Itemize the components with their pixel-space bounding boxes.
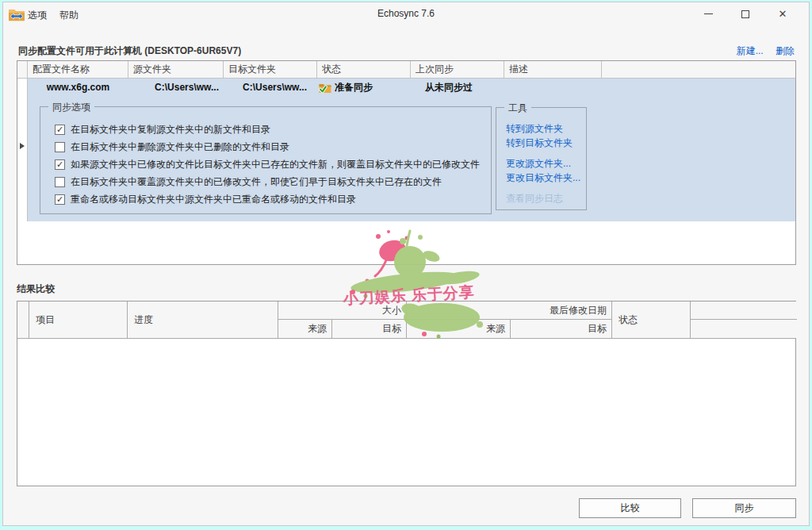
close-icon: ✕	[779, 9, 787, 19]
results-filler-bottom	[691, 320, 797, 338]
close-button[interactable]: ✕	[769, 2, 796, 25]
sync-button[interactable]: 同步	[692, 498, 796, 518]
sync-option-row[interactable]: ✓ 如果源文件夹中已修改的文件比目标文件夹中已存在的文件新，则覆盖目标文件夹中的…	[55, 158, 480, 171]
app-window: 选项 帮助 Echosync 7.6 ✕ 同步配置文件可用于此计算机 (DESK…	[2, 2, 810, 526]
maximize-icon	[741, 10, 749, 18]
checkbox-delete-removed[interactable]	[55, 142, 65, 152]
sync-option-label: 如果源文件夹中已修改的文件比目标文件夹中已存在的文件新，则覆盖目标文件夹中的已修…	[71, 158, 480, 171]
results-column-progress[interactable]: 进度	[128, 301, 278, 338]
results-group-size[interactable]: 大小	[278, 301, 407, 320]
sync-options-group: 同步选项 ✓ 在目标文件夹中复制源文件夹中的新文件和目录 在目标文件夹中删除源文…	[40, 106, 492, 214]
tools-legend: 工具	[504, 102, 531, 115]
profile-detail-body: 同步选项 ✓ 在目标文件夹中复制源文件夹中的新文件和目录 在目标文件夹中删除源文…	[28, 97, 795, 221]
column-header-filler	[602, 61, 795, 78]
row-selector-header	[17, 61, 28, 78]
results-table: 项目 进度 大小 来源 目标 最后修改日期 来源 目标 状态	[17, 301, 796, 486]
column-header-target-folder[interactable]: 目标文件夹	[224, 61, 317, 78]
tools-group: 工具 转到源文件夹 转到目标文件夹 更改源文件夹... 更改目标文件夹... 查…	[496, 107, 587, 210]
maximize-button[interactable]	[732, 2, 759, 25]
results-group-modified[interactable]: 最后修改日期	[407, 301, 612, 320]
results-filler-top	[691, 301, 797, 320]
row-expander-arrow-icon	[20, 143, 25, 149]
change-source-folder-link[interactable]: 更改源文件夹...	[506, 157, 571, 171]
row-filler-cell	[602, 79, 795, 97]
sync-option-row[interactable]: 在目标文件夹中删除源文件夹中已删除的文件和目录	[55, 140, 289, 153]
minimize-button[interactable]	[695, 2, 722, 25]
column-header-last-sync[interactable]: 上次同步	[411, 61, 504, 78]
sync-option-row[interactable]: 在目标文件夹中覆盖源文件夹中的已修改文件，即使它们早于目标文件夹中已存在的文件	[55, 175, 442, 188]
results-size-source[interactable]: 来源	[278, 320, 332, 338]
sync-ready-folder-icon	[319, 83, 331, 94]
status-cell[interactable]: 准备同步	[317, 79, 411, 97]
last-sync-cell[interactable]: 从未同步过	[411, 79, 504, 97]
checkbox-overwrite-older[interactable]	[55, 177, 65, 187]
window-title: Echosync 7.6	[3, 8, 809, 19]
title-bar[interactable]: 选项 帮助 Echosync 7.6 ✕	[3, 2, 809, 26]
minimize-icon	[704, 13, 713, 14]
source-folder-cell[interactable]: C:\Users\ww...	[128, 79, 224, 97]
sync-option-label: 在目标文件夹中覆盖源文件夹中的已修改文件，即使它们早于目标文件夹中已存在的文件	[71, 175, 442, 189]
results-selector-header	[17, 301, 29, 338]
target-folder-cell[interactable]: C:\Users\ww...	[224, 79, 317, 97]
profile-row[interactable]: www.x6g.com C:\Users\ww... C:\Users\ww..…	[17, 79, 795, 97]
profiles-table: 配置文件名称 源文件夹 目标文件夹 状态 上次同步 描述 www.x6g.com…	[17, 60, 796, 265]
sync-option-label: 在目标文件夹中复制源文件夹中的新文件和目录	[71, 123, 270, 136]
sync-options-legend: 同步选项	[48, 101, 94, 114]
results-header-divider	[17, 338, 795, 339]
go-to-source-folder-link[interactable]: 转到源文件夹	[506, 122, 563, 136]
row-selector-cell[interactable]	[17, 79, 28, 97]
new-profile-link[interactable]: 新建...	[737, 45, 764, 56]
checkbox-rename-moved[interactable]: ✓	[55, 194, 65, 205]
results-modified-target[interactable]: 目标	[511, 320, 612, 338]
row-expander-gutter[interactable]	[17, 97, 28, 221]
results-modified-source[interactable]: 来源	[407, 320, 511, 338]
results-section-title: 结果比较	[17, 282, 55, 296]
profile-actions: 新建... 删除	[727, 44, 795, 58]
column-header-status[interactable]: 状态	[317, 61, 411, 78]
sync-option-row[interactable]: ✓ 在目标文件夹中复制源文件夹中的新文件和目录	[55, 123, 270, 136]
sync-option-row[interactable]: ✓ 重命名或移动目标文件夹中源文件夹中已重命名或移动的文件和目录	[55, 193, 356, 205]
delete-profile-link[interactable]: 删除	[776, 45, 795, 56]
description-cell[interactable]	[504, 79, 602, 97]
profiles-table-header: 配置文件名称 源文件夹 目标文件夹 状态 上次同步 描述	[17, 61, 795, 79]
status-text: 准备同步	[335, 79, 373, 97]
compare-button[interactable]: 比较	[579, 498, 681, 518]
view-sync-log-link: 查看同步日志	[506, 192, 563, 205]
column-header-profile-name[interactable]: 配置文件名称	[28, 61, 128, 78]
results-column-status[interactable]: 状态	[612, 301, 691, 338]
profile-name-cell[interactable]: www.x6g.com	[28, 79, 128, 97]
checkbox-overwrite-newer[interactable]: ✓	[55, 159, 65, 170]
column-header-source-folder[interactable]: 源文件夹	[128, 61, 224, 78]
change-target-folder-link[interactable]: 更改目标文件夹...	[506, 171, 580, 185]
results-column-item[interactable]: 项目	[29, 301, 128, 338]
profiles-section-title: 同步配置文件可用于此计算机 (DESKTOP-6UR65V7)	[18, 44, 241, 58]
sync-option-label: 在目标文件夹中删除源文件夹中已删除的文件和目录	[71, 140, 289, 154]
sync-option-label: 重命名或移动目标文件夹中源文件夹中已重命名或移动的文件和目录	[71, 193, 356, 206]
go-to-target-folder-link[interactable]: 转到目标文件夹	[506, 136, 573, 150]
profile-detail-panel: 同步选项 ✓ 在目标文件夹中复制源文件夹中的新文件和目录 在目标文件夹中删除源文…	[17, 97, 795, 221]
results-size-target[interactable]: 目标	[332, 320, 407, 338]
column-header-description[interactable]: 描述	[504, 61, 602, 78]
checkbox-copy-new[interactable]: ✓	[55, 125, 65, 135]
